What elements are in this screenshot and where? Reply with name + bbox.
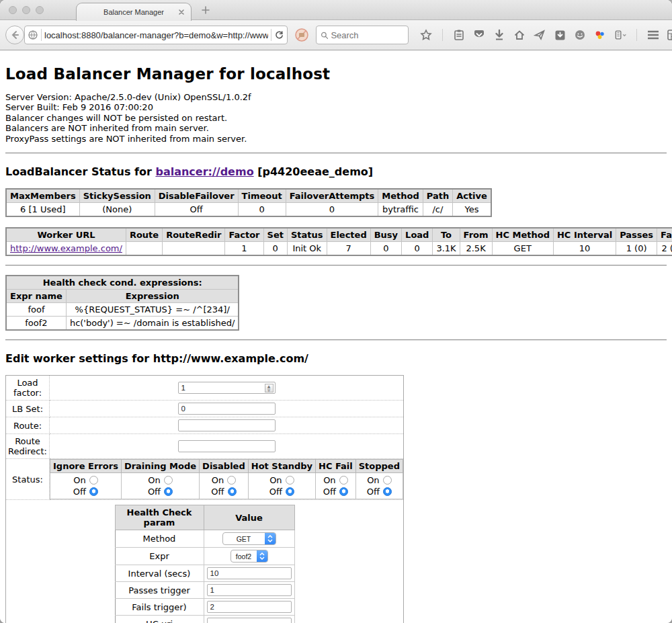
lb-set-input[interactable] [178,403,276,415]
lb-set-label: LB Set: [6,401,50,417]
col-path: Path [423,189,452,203]
disabled-off-radio[interactable] [228,487,237,496]
fails-input[interactable] [207,601,292,613]
divider [5,339,667,341]
route-label: Route: [6,417,50,434]
on-label: On [73,475,85,485]
cell-route [126,242,162,256]
heading-prefix: LoadBalancer Status for [5,165,152,178]
col-stopped: Stopped [355,460,403,473]
hamburger-menu-icon[interactable] [646,28,660,42]
balancer-status-table: MaxMembers StickySession DisableFailover… [5,188,492,217]
persist-note-line: Balancer changes will NOT be persisted o… [5,113,667,123]
back-button[interactable] [5,26,24,44]
passes-input[interactable] [207,584,292,596]
hc-uri-input[interactable] [207,618,292,623]
table-row: foof2 hc('body') =~ /domain is establish… [6,317,239,331]
feedback-smiley-icon[interactable] [573,28,587,42]
col-from: From [460,228,492,242]
cell-active: Yes [453,203,491,217]
cell-hc-method: GET [492,242,553,256]
hc-expressions-table: Health check cond. expressions: Expr nam… [5,275,239,331]
number-spinner-icon[interactable]: ▲▼ [265,384,274,392]
cell-from: 2.5K [460,242,492,256]
col-worker-url: Worker URL [6,228,126,242]
stopped-on-radio[interactable] [383,476,392,485]
worker-url-link[interactable]: http://www.example.com/ [10,243,122,253]
col-method: Method [378,189,423,203]
col-failoverattempts: FailoverAttempts [286,189,378,203]
zoom-window-button[interactable] [36,6,44,14]
hot-standby-off-radio[interactable] [286,487,294,496]
cell-busy: 0 [370,242,401,256]
window-controls [9,6,44,14]
toolbar-icons [419,28,672,42]
route-redirect-input[interactable] [178,440,276,452]
hot-standby-on-radio[interactable] [286,476,294,485]
new-tab-button[interactable] [202,6,210,14]
downloads-icon[interactable] [493,28,506,42]
cell-stickysession: (None) [79,203,155,217]
heading-suffix: [p4420eeae_demo] [257,165,373,178]
loadbalancer-status-heading: LoadBalancer Status for balancer://demo … [5,165,667,178]
hc-header-row: Health Check param Value [115,505,294,530]
cell-status: Init Ok [287,242,327,256]
ignore-errors-on-radio[interactable] [89,476,98,485]
on-label: On [212,475,224,485]
hc-fail-off-radio[interactable] [339,487,348,496]
col-ignore-errors: Ignore Errors [50,460,122,473]
fails-label: Fails trigger) [115,599,204,616]
draining-mode-on-radio[interactable] [164,476,173,485]
interval-input[interactable] [207,567,292,579]
reading-list-icon[interactable] [452,28,466,42]
pocket-icon[interactable] [472,28,486,42]
expr-select[interactable]: foof2 [230,550,268,563]
select-stepper-icon [257,550,267,563]
worker-row: http://www.example.com/ 1 0 Init Ok 7 0 … [6,242,672,256]
on-label: On [269,475,282,485]
home-icon[interactable] [513,28,526,42]
balancer-demo-link[interactable]: balancer://demo [155,165,253,178]
hc-row-hc-uri: HC uri [115,616,294,623]
hc-fail-on-radio[interactable] [339,476,348,485]
url-divider [41,29,42,41]
col-hc-interval: HC Interval [553,228,616,242]
col-stickysession: StickySession [79,189,155,203]
search-bar[interactable] [316,26,409,44]
cell-expression: %{REQUEST_STATUS} =~ /^[234]/ [66,303,239,317]
page-actions-icon[interactable] [614,28,627,42]
save-to-device-icon[interactable] [553,28,566,42]
off-label: Off [148,487,161,497]
divider [5,265,667,266]
tab-balancer-manager[interactable]: Balancer Manager [76,3,192,21]
cell-expression: hc('body') =~ /domain is established/ [66,317,239,331]
send-tab-icon[interactable] [533,28,546,42]
colored-dots-extension-icon[interactable] [593,28,607,42]
stopped-off-radio[interactable] [383,487,392,496]
form-row-status: Status: Ignore Errors Draining Mode Disa… [6,459,404,500]
url-bar[interactable] [24,26,288,44]
load-factor-input[interactable] [178,382,276,394]
search-icon [321,31,328,40]
tab-groups-grid-icon[interactable] [667,28,672,42]
reload-icon[interactable] [274,30,284,40]
hc-expr-title: Health check cond. expressions: [6,276,239,290]
tab-title: Balancer Manager [103,8,164,16]
bookmark-star-icon[interactable] [419,28,433,42]
cell-passes: 1 (0) [616,242,657,256]
draining-mode-off-radio[interactable] [164,487,173,496]
url-input[interactable] [44,30,268,40]
method-select[interactable]: GET [222,532,276,545]
minimize-window-button[interactable] [22,6,30,14]
health-check-param-table: Health Check param Value Method GET [115,505,295,623]
ignore-errors-off-radio[interactable] [89,487,98,496]
tab-close-icon[interactable] [178,9,185,15]
close-window-button[interactable] [9,6,17,14]
route-input[interactable] [178,419,276,431]
disabled-on-radio[interactable] [227,476,236,485]
off-label: Off [211,487,224,497]
server-version-line: Server Version: Apache/2.5.0-dev (Unix) … [5,92,667,102]
hc-row-passes: Passes trigger [115,582,294,599]
search-input[interactable] [331,30,404,40]
adblock-icon[interactable] [294,28,309,42]
